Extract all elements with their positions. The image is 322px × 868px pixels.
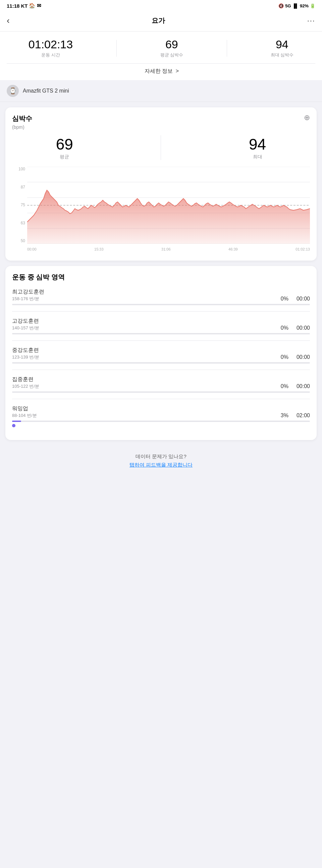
x-label-0: 00:00 [27,247,37,251]
zone-divider-2 [12,340,310,341]
avg-hr-card-stat: 69 평균 [56,135,73,160]
zone-header-warmup: 워밍업 88-104 번/분 3% 02:00 [12,405,310,418]
zone-card: 운동 중 심박 영역 최고강도훈련 158-176 번/분 0% 00:00 고… [5,266,317,440]
x-label-end: 01:02:13 [295,247,310,251]
zone-percent-max: 0% [281,296,288,302]
zone-right-focus: 0% 00:00 [281,383,310,390]
zone-right-warmup: 3% 02:00 [281,412,310,418]
device-icon: ⌚ [9,87,17,95]
zone-range-focus: 105-122 번/분 [12,383,39,390]
heart-rate-card: ⊕ 심박수 (bpm) 69 평균 94 최대 100 87 75 63 50 [5,107,317,260]
zone-card-title: 운동 중 심박 영역 [12,273,310,282]
carrier-icons: 🏠 ✉ [29,3,41,9]
detail-link[interactable]: 자세한 정보 > [7,64,315,80]
battery-label: 92% [300,3,309,8]
carrier-label: KT [21,3,28,9]
zone-time-warmup: 02:00 [296,412,310,418]
zone-header-mid: 중강도훈련 123-139 번/분 0% 00:00 [12,347,310,360]
x-label-4639: 46:39 [228,247,238,251]
max-hr-card-stat: 94 최대 [249,135,266,160]
zone-bar-fill-warmup [12,421,21,422]
zone-name-high: 고강도훈련 [12,318,39,325]
zone-item-warmup: 워밍업 88-104 번/분 3% 02:00 [12,405,310,427]
chart-area [27,167,310,244]
status-left: 11:18 KT 🏠 ✉ [7,3,41,9]
network-icon: 5G [285,3,291,8]
battery-icon: 🔋 [310,3,315,8]
device-row: ⌚ Amazfit GTS 2 mini [0,80,322,102]
max-hr-stat: 94 최대 심박수 [271,38,294,58]
more-button[interactable]: ··· [307,17,315,25]
y-label-87: 87 [12,185,27,189]
duration-stat: 01:02:13 운동 시간 [29,38,73,58]
zone-bar-bg-max [12,304,310,305]
avg-hr-stat: 69 평균 심박수 [160,38,184,58]
zone-header-max: 최고강도훈련 158-176 번/분 0% 00:00 [12,288,310,302]
footer-section: 데이터 문제가 있나요? 탭하여 피드백을 제공합니다 [0,445,322,482]
max-hr-label: 최대 심박수 [271,52,294,58]
device-avatar: ⌚ [7,85,19,97]
chart-y-labels: 100 87 75 63 50 [12,167,27,244]
zone-time-high: 00:00 [296,325,310,331]
summary-stats: 01:02:13 운동 시간 69 평균 심박수 94 최대 심박수 [7,38,315,64]
zone-time-focus: 00:00 [296,383,310,390]
chart-svg [27,167,310,244]
avg-hr-card-value: 69 [56,135,73,153]
footer-question: 데이터 문제가 있나요? [7,454,315,460]
zone-percent-warmup: 3% [281,412,288,418]
max-hr-value: 94 [271,38,294,51]
zone-name-warmup: 워밍업 [12,405,37,412]
zone-dot-warmup [12,424,15,427]
zone-range-mid: 123-139 번/분 [12,354,39,360]
zone-bar-bg-high [12,333,310,334]
zone-range-high: 140-157 번/분 [12,325,39,331]
status-bar: 11:18 KT 🏠 ✉ 🔇 5G ▐▌ 92% 🔋 [0,0,322,11]
max-hr-card-label: 최대 [249,154,266,160]
zone-percent-high: 0% [281,325,288,331]
back-button[interactable]: ‹ [7,16,10,26]
zone-item-high: 고강도훈련 140-157 번/분 0% 00:00 [12,318,310,334]
device-name: Amazfit GTS 2 mini [23,88,69,94]
zone-item-mid: 중강도훈련 123-139 번/분 0% 00:00 [12,347,310,364]
footer-feedback-link[interactable]: 탭하여 피드백을 제공합니다 [7,462,315,468]
card-title-heart-rate: 심박수 [12,114,310,123]
status-right: 🔇 5G ▐▌ 92% 🔋 [279,3,315,8]
signal-icon: ▐▌ [292,3,298,8]
chart-x-labels: 00:00 15:33 31:06 46:39 01:02:13 [27,245,310,254]
zone-header-high: 고강도훈련 140-157 번/분 0% 00:00 [12,318,310,331]
duration-label: 운동 시간 [29,52,73,58]
heart-rate-chart: 100 87 75 63 50 [12,167,310,254]
avg-hr-card-label: 평균 [56,154,73,160]
stat-divider-1 [117,40,117,57]
zone-item-max: 최고강도훈련 158-176 번/분 0% 00:00 [12,288,310,305]
y-label-100: 100 [12,167,27,172]
zone-name-mid: 중강도훈련 [12,347,39,354]
zone-bar-bg-focus [12,392,310,393]
zone-time-max: 00:00 [296,296,310,302]
zone-right-mid: 0% 00:00 [281,354,310,360]
y-label-75: 75 [12,203,27,207]
zone-divider-1 [12,311,310,312]
stat-divider-2 [227,40,227,57]
zone-range-warmup: 88-104 번/분 [12,412,37,418]
expand-button[interactable]: ⊕ [304,114,310,122]
zone-bar-bg-warmup [12,421,310,422]
zone-time-mid: 00:00 [296,354,310,360]
zone-divider-4 [12,399,310,399]
zone-divider-3 [12,370,310,370]
zone-bar-bg-mid [12,362,310,364]
hr-divider [161,135,161,160]
avg-hr-label: 평균 심박수 [160,52,184,58]
duration-value: 01:02:13 [29,38,73,51]
mute-icon: 🔇 [279,3,284,8]
zone-right-max: 0% 00:00 [281,296,310,302]
zone-range-max: 158-176 번/분 [12,296,44,302]
zone-percent-focus: 0% [281,383,288,390]
summary-section: 01:02:13 운동 시간 69 평균 심박수 94 최대 심박수 자세한 정… [0,32,322,80]
y-label-50: 50 [12,239,27,243]
card-unit: (bpm) [12,124,310,130]
page-title: 요가 [152,16,165,25]
zone-right-high: 0% 00:00 [281,325,310,331]
zone-item-focus: 집중훈련 105-122 번/분 0% 00:00 [12,376,310,393]
hr-stats: 69 평균 94 최대 [12,135,310,160]
